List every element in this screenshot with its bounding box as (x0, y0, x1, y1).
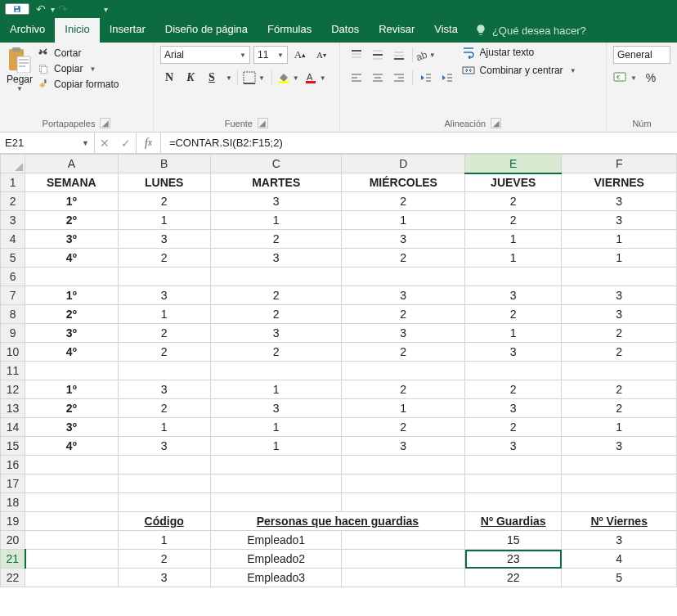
cell-D22[interactable] (342, 569, 465, 587)
cell-C6[interactable] (210, 268, 342, 286)
cell-B19[interactable]: Código (118, 512, 210, 531)
cell-E18[interactable] (465, 493, 562, 512)
cell-E21[interactable]: 23 (465, 550, 562, 569)
cell-F5[interactable]: 1 (562, 249, 677, 268)
cell-B16[interactable] (118, 456, 210, 474)
font-size-combo[interactable]: 11▼ (253, 46, 288, 64)
cell-F10[interactable]: 2 (562, 343, 677, 362)
number-format-combo[interactable]: General (613, 46, 670, 64)
cell-B7[interactable]: 3 (118, 286, 210, 305)
cell-C2[interactable]: 3 (210, 192, 342, 211)
cell-E10[interactable]: 3 (465, 343, 562, 362)
cell-A2[interactable]: 1º (25, 192, 118, 211)
underline-button[interactable]: S (203, 69, 221, 87)
cell-A14[interactable]: 3º (25, 418, 118, 437)
cell-F4[interactable]: 1 (562, 230, 677, 249)
italic-button[interactable]: K (182, 69, 200, 87)
cell-C13[interactable]: 3 (210, 399, 342, 418)
cell-C11[interactable] (210, 362, 342, 380)
cell-E7[interactable]: 3 (465, 286, 562, 305)
cell-B1[interactable]: LUNES (118, 173, 210, 192)
cell-F6[interactable] (562, 268, 677, 286)
cell-C14[interactable]: 1 (210, 418, 342, 437)
cell-D15[interactable]: 3 (342, 437, 465, 456)
cell-A18[interactable] (25, 493, 118, 512)
cell-F22[interactable]: 5 (562, 569, 677, 587)
cell-F7[interactable]: 3 (562, 286, 677, 305)
row-header-21[interactable]: 21 (1, 550, 25, 569)
cell-C12[interactable]: 1 (210, 380, 342, 399)
cell-C10[interactable]: 2 (210, 343, 342, 362)
tab-data[interactable]: Datos (321, 18, 369, 43)
cell-E1[interactable]: JUEVES (465, 173, 562, 192)
row-header-19[interactable]: 19 (1, 512, 25, 531)
cell-A11[interactable] (25, 362, 118, 380)
fill-color-button[interactable]: ▼ (277, 71, 301, 84)
cell-C1[interactable]: MARTES (210, 173, 342, 192)
cell-D7[interactable]: 3 (342, 286, 465, 305)
tab-file[interactable]: Archivo (0, 18, 55, 43)
wrap-text-button[interactable]: Ajustar texto (462, 46, 576, 59)
cell-E4[interactable]: 1 (465, 230, 562, 249)
cell-B14[interactable]: 1 (118, 418, 210, 437)
column-header-B[interactable]: B (118, 155, 210, 173)
cell-A6[interactable] (25, 268, 118, 286)
cell-A7[interactable]: 1º (25, 286, 118, 305)
row-header-13[interactable]: 13 (1, 399, 25, 418)
cell-A17[interactable] (25, 474, 118, 493)
cell-E2[interactable]: 2 (465, 192, 562, 211)
qat-undo-button[interactable]: ↶ (36, 2, 46, 16)
orientation-button[interactable]: ab▼ (416, 46, 436, 64)
cell-E19[interactable]: Nº Guardias (465, 512, 562, 531)
tab-formulas[interactable]: Fórmulas (258, 18, 321, 43)
cell-F21[interactable]: 4 (562, 550, 677, 569)
cell-E22[interactable]: 22 (465, 569, 562, 587)
name-box[interactable]: E21▼ (0, 133, 95, 153)
cell-A12[interactable]: 1º (25, 380, 118, 399)
row-header-11[interactable]: 11 (1, 362, 25, 380)
cell-D14[interactable]: 2 (342, 418, 465, 437)
cell-C7[interactable]: 2 (210, 286, 342, 305)
cell-A1[interactable]: SEMANA (25, 173, 118, 192)
cell-F12[interactable]: 2 (562, 380, 677, 399)
align-top-button[interactable] (347, 46, 366, 64)
cell-F16[interactable] (562, 456, 677, 474)
cell-D9[interactable]: 3 (342, 324, 465, 343)
cell-B10[interactable]: 2 (118, 343, 210, 362)
row-header-7[interactable]: 7 (1, 286, 25, 305)
cell-D5[interactable]: 2 (342, 249, 465, 268)
cell-B12[interactable]: 3 (118, 380, 210, 399)
row-header-1[interactable]: 1 (1, 173, 25, 192)
cell-D10[interactable]: 2 (342, 343, 465, 362)
cell-D21[interactable] (342, 550, 465, 569)
cell-C22[interactable]: Empleado3 (210, 569, 342, 587)
row-header-17[interactable]: 17 (1, 474, 25, 493)
row-header-16[interactable]: 16 (1, 456, 25, 474)
cell-B13[interactable]: 2 (118, 399, 210, 418)
tab-review[interactable]: Revisar (369, 18, 424, 43)
cell-B4[interactable]: 3 (118, 230, 210, 249)
cell-D12[interactable]: 2 (342, 380, 465, 399)
cell-C3[interactable]: 1 (210, 211, 342, 230)
font-name-combo[interactable]: Arial▼ (160, 46, 250, 64)
cell-F3[interactable]: 3 (562, 211, 677, 230)
row-header-10[interactable]: 10 (1, 343, 25, 362)
cell-B18[interactable] (118, 493, 210, 512)
format-painter-button[interactable]: Copiar formato (38, 79, 119, 90)
row-header-14[interactable]: 14 (1, 418, 25, 437)
cell-F18[interactable] (562, 493, 677, 512)
cell-E20[interactable]: 15 (465, 531, 562, 550)
decrease-font-button[interactable]: A▾ (312, 46, 330, 64)
cell-D16[interactable] (342, 456, 465, 474)
cell-A21[interactable] (25, 550, 118, 569)
cell-E15[interactable]: 3 (465, 437, 562, 456)
cell-A5[interactable]: 4º (25, 249, 118, 268)
cell-D6[interactable] (342, 268, 465, 286)
cell-A4[interactable]: 3º (25, 230, 118, 249)
row-header-8[interactable]: 8 (1, 305, 25, 324)
cell-D3[interactable]: 1 (342, 211, 465, 230)
qat-redo-button[interactable]: ↷ (58, 2, 68, 16)
row-header-22[interactable]: 22 (1, 569, 25, 587)
font-color-button[interactable]: A▼ (304, 71, 328, 84)
row-header-20[interactable]: 20 (1, 531, 25, 550)
